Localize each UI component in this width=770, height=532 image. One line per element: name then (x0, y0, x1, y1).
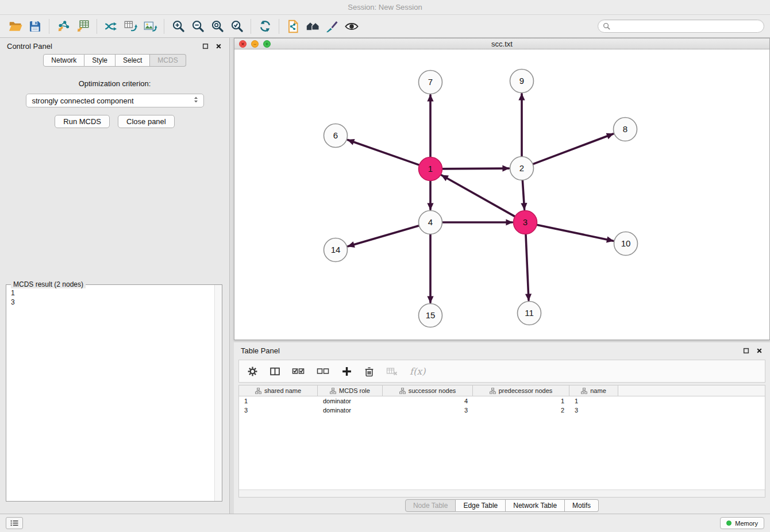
main-area: Control Panel NetworkStyleSelectMCDS Opt… (0, 38, 770, 514)
edge-3-1[interactable] (442, 175, 515, 216)
import-table-icon[interactable] (73, 18, 93, 35)
tab-mcds[interactable]: MCDS (150, 54, 186, 67)
cell-mcds-role[interactable]: dominator (318, 407, 383, 414)
cell-shared-name[interactable]: 1 (239, 398, 318, 404)
table-horizontal-scrollbar[interactable] (239, 489, 765, 497)
node-6[interactable]: 6 (324, 124, 348, 148)
node-label: 9 (519, 76, 524, 86)
memory-button[interactable]: Memory (720, 517, 764, 529)
cell-name[interactable]: 1 (569, 398, 618, 404)
node-label: 7 (428, 77, 433, 87)
cell-successor-nodes[interactable]: 4 (383, 398, 473, 404)
column-header-shared-name[interactable]: shared name (239, 385, 318, 396)
main-toolbar (0, 15, 770, 38)
tab-select[interactable]: Select (116, 54, 150, 67)
unselect-all-icon[interactable] (317, 367, 330, 376)
node-2[interactable]: 2 (510, 157, 534, 180)
gear-icon[interactable] (247, 366, 258, 377)
task-history-button[interactable] (6, 517, 23, 529)
cell-successor-nodes[interactable]: 3 (383, 407, 473, 414)
minimize-window-icon[interactable]: − (251, 40, 259, 48)
close-panel-icon[interactable] (215, 43, 222, 50)
refresh-icon[interactable] (255, 18, 275, 35)
table-row[interactable]: 1dominator411 (239, 396, 765, 406)
trash-icon[interactable] (364, 366, 375, 377)
home-layout-icon[interactable] (303, 18, 322, 35)
table-body: 1dominator4113dominator323 (239, 396, 765, 489)
add-column-icon[interactable] (341, 366, 352, 377)
node-label: 1 (428, 164, 433, 174)
zoom-in-icon[interactable] (168, 18, 188, 35)
cell-predecessor-nodes[interactable]: 2 (473, 407, 569, 414)
tab-network[interactable]: Network (43, 54, 84, 67)
cell-shared-name[interactable]: 3 (239, 407, 318, 414)
run-mcds-button[interactable]: Run MCDS (55, 115, 110, 128)
tab-style[interactable]: Style (84, 54, 116, 67)
node-7[interactable]: 7 (419, 71, 442, 94)
save-icon[interactable] (25, 18, 45, 35)
network-canvas: 1234678910111415 (234, 49, 769, 337)
export-image-icon[interactable] (140, 18, 160, 35)
import-network-icon[interactable] (53, 18, 73, 35)
zoom-selected-icon[interactable] (227, 18, 247, 35)
mcds-result-box: MCDS result (2 nodes) 13 (6, 284, 222, 502)
node-4[interactable]: 4 (419, 211, 442, 234)
search-input[interactable] (613, 22, 759, 30)
table-header-row: shared nameMCDS rolesuccessor nodesprede… (239, 385, 765, 396)
column-header-predecessor-nodes[interactable]: predecessor nodes (473, 385, 569, 396)
delete-table-icon (386, 366, 398, 376)
close-panel-button[interactable]: Close panel (118, 115, 175, 128)
control-panel-title: Control Panel (7, 42, 52, 51)
toolbar-separator (279, 19, 279, 34)
node-8[interactable]: 8 (614, 118, 637, 141)
edge-2-3[interactable] (522, 181, 524, 210)
float-table-panel-icon[interactable] (742, 347, 750, 354)
node-label: 14 (331, 245, 341, 255)
edge-3-11[interactable] (526, 235, 529, 300)
edge-4-14[interactable] (348, 226, 419, 246)
edge-1-2[interactable] (443, 168, 509, 169)
search-field[interactable] (598, 20, 764, 33)
show-hide-icon[interactable] (342, 18, 361, 35)
node-15[interactable]: 15 (419, 304, 442, 327)
cell-predecessor-nodes[interactable]: 1 (473, 398, 569, 404)
node-9[interactable]: 9 (510, 70, 534, 93)
edge-2-8[interactable] (533, 134, 613, 164)
node-14[interactable]: 14 (324, 238, 348, 262)
cell-name[interactable]: 3 (569, 407, 618, 414)
tab-motifs[interactable]: Motifs (565, 499, 599, 512)
cell-mcds-role[interactable]: dominator (318, 398, 383, 404)
network-and-table-icon[interactable] (121, 18, 140, 35)
close-table-panel-icon[interactable] (756, 347, 763, 354)
open-folder-icon[interactable] (6, 18, 25, 35)
control-panel: Control Panel NetworkStyleSelectMCDS Opt… (0, 38, 230, 514)
new-network-icon[interactable] (101, 18, 121, 35)
zoom-fit-icon[interactable] (207, 18, 227, 35)
float-panel-icon[interactable] (202, 43, 209, 50)
node-1[interactable]: 1 (419, 157, 442, 181)
network-view[interactable]: 1234678910111415 (234, 49, 769, 340)
edge-1-6[interactable] (348, 140, 419, 165)
status-bar: Memory (0, 514, 770, 532)
zoom-out-icon[interactable] (188, 18, 207, 35)
table-row[interactable]: 3dominator323 (239, 406, 765, 415)
tab-node-table[interactable]: Node Table (405, 499, 456, 512)
tab-network-table[interactable]: Network Table (506, 499, 565, 512)
tab-edge-table[interactable]: Edge Table (456, 499, 506, 512)
column-header-name[interactable]: name (569, 385, 618, 396)
edge-3-10[interactable] (537, 225, 613, 241)
result-scrollbar[interactable] (214, 285, 222, 501)
node-10[interactable]: 10 (614, 232, 638, 256)
clone-network-icon[interactable] (283, 18, 303, 35)
select-all-icon[interactable] (292, 367, 305, 376)
node-11[interactable]: 11 (518, 302, 541, 325)
split-view-icon[interactable] (270, 366, 280, 377)
node-3[interactable]: 3 (514, 211, 537, 234)
column-header-successor-nodes[interactable]: successor nodes (383, 385, 473, 396)
optimization-dropdown[interactable]: strongly connected component (26, 94, 204, 107)
close-window-icon[interactable]: ✕ (239, 40, 247, 48)
column-header-mcds-role[interactable]: MCDS role (318, 385, 383, 396)
maximize-window-icon[interactable]: + (263, 40, 271, 48)
apply-style-icon[interactable] (322, 18, 342, 35)
window-titlebar: Session: New Session (0, 0, 770, 15)
